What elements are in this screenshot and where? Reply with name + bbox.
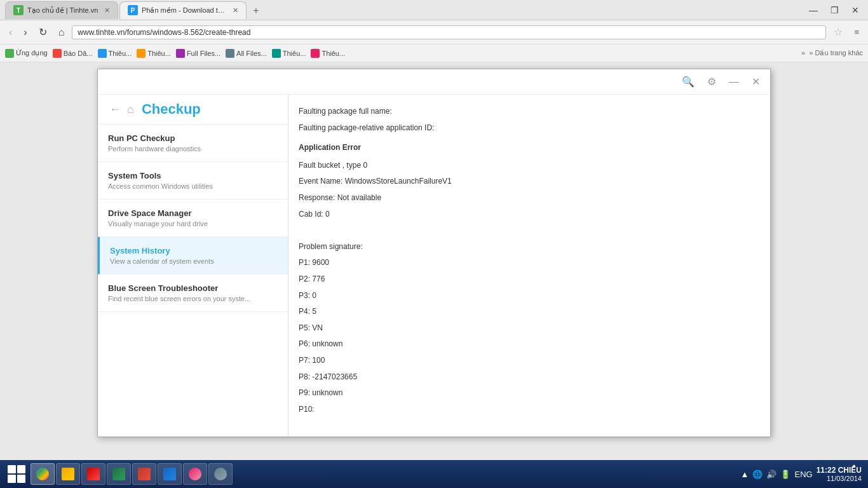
sidebar-item-blue-screen-title: Blue Screen Troubleshooter xyxy=(108,283,278,293)
bookmark-baoda[interactable]: Báo Dâ... xyxy=(53,49,93,58)
tray-volume-icon[interactable]: 🔊 xyxy=(766,470,776,479)
start-icon xyxy=(8,465,25,483)
faulting-package-app-id: Faulting package-relative application ID… xyxy=(299,121,760,135)
chrome-menu-button[interactable]: ≡ xyxy=(850,25,863,39)
bm6-favicon xyxy=(226,49,234,58)
sidebar-item-run-pc-checkup-desc: Perform hardware diagnostics xyxy=(108,145,278,152)
sidebar-home-button[interactable]: ⌂ xyxy=(126,102,135,118)
minimize-button[interactable]: — xyxy=(805,4,822,17)
baoda-favicon xyxy=(53,49,62,58)
taskbar-app-settings[interactable] xyxy=(208,463,233,485)
browser-chrome: T Tạo chủ đề | Tinhte.vn ✕ P Phần mềm - … xyxy=(0,0,868,62)
taskbar-right: ▲ 🌐 🔊 🔋 ENG 11:22 CHIỀU 11/03/2014 xyxy=(737,466,865,482)
sidebar-item-system-history-title: System History xyxy=(110,246,278,255)
bookmark-6[interactable]: All Files... xyxy=(226,49,267,58)
app-title: Checkup xyxy=(142,101,201,118)
new-tab-button[interactable]: + xyxy=(248,3,264,19)
tab-1-close[interactable]: ✕ xyxy=(104,6,110,15)
chrome-taskbar-icon xyxy=(36,468,49,480)
address-bar[interactable]: www.tinhte.vn/forums/windows-8.562/creat… xyxy=(72,25,826,39)
reload-button[interactable]: ↻ xyxy=(35,24,51,41)
tray-arrow-icon[interactable]: ▲ xyxy=(741,470,749,479)
nav-bar: ‹ › ↻ ⌂ www.tinhte.vn/forums/windows-8.5… xyxy=(0,20,868,44)
bookmark-5[interactable]: Full Files... xyxy=(176,49,220,58)
p7: P7: 100 xyxy=(299,354,760,368)
tab-bar: T Tạo chủ đề | Tinhte.vn ✕ P Phần mềm - … xyxy=(5,1,264,19)
tab-2-label: Phần mềm - Download tả... xyxy=(142,6,226,15)
bookmark-apps[interactable]: Ứng dụng xyxy=(5,49,48,58)
home-button[interactable]: ⌂ xyxy=(55,24,69,41)
bookmark-4[interactable]: Thiêu... xyxy=(137,49,171,58)
response: Response: Not available xyxy=(299,191,760,205)
tray-lang-label[interactable]: ENG xyxy=(794,470,812,479)
bookmark-3[interactable]: Thiêu... xyxy=(98,49,132,58)
app-window-controls: 🔍 ⚙ — ✕ xyxy=(678,74,764,89)
sidebar-item-system-history[interactable]: System History View a calendar of system… xyxy=(98,237,288,274)
application-error-title: Application Error xyxy=(299,141,760,155)
bookmark-star[interactable]: ☆ xyxy=(830,25,846,39)
app-close-button[interactable]: ✕ xyxy=(748,74,764,89)
tray-network-icon[interactable]: 🌐 xyxy=(752,470,763,479)
sidebar-menu: Run PC Checkup Perform hardware diagnost… xyxy=(98,125,288,437)
content-area[interactable]: Faulting package full name: Faulting pac… xyxy=(288,95,770,437)
attached-files-label: Attached files: xyxy=(299,435,760,437)
p3: P3: 0 xyxy=(299,289,760,303)
p9: P9: unknown xyxy=(299,386,760,400)
app-body: ← ⌂ Checkup Run PC Checkup Perform hardw… xyxy=(98,95,770,437)
taskbar-app-excel[interactable] xyxy=(107,463,131,485)
p5: P5: VN xyxy=(299,322,760,336)
error-log-content: Faulting package full name: Faulting pac… xyxy=(299,105,760,437)
bookmarks-more[interactable]: » » Dấu trang khác xyxy=(801,49,863,57)
taskbar-app-powerpoint[interactable] xyxy=(132,463,156,485)
app-titlebar: 🔍 ⚙ — ✕ xyxy=(98,69,770,95)
sidebar-item-blue-screen-desc: Find recent blue screen errors on your s… xyxy=(108,295,278,302)
forward-button[interactable]: › xyxy=(20,24,31,41)
ai-taskbar-icon xyxy=(87,468,100,480)
tab-2-favicon: P xyxy=(128,5,138,15)
bookmark-7[interactable]: Thiêu... xyxy=(272,49,306,58)
sidebar-back-button[interactable]: ← xyxy=(108,102,122,118)
sidebar-item-blue-screen[interactable]: Blue Screen Troubleshooter Find recent b… xyxy=(98,274,288,312)
close-button[interactable]: ✕ xyxy=(848,4,863,17)
tab-2-close[interactable]: ✕ xyxy=(233,6,238,15)
sidebar: ← ⌂ Checkup Run PC Checkup Perform hardw… xyxy=(98,95,288,437)
maximize-button[interactable]: ❐ xyxy=(827,4,843,17)
sidebar-item-drive-space-desc: Visually manage your hard drive xyxy=(108,220,278,227)
apps-favicon xyxy=(5,49,14,58)
clock-date: 11/03/2014 xyxy=(817,475,862,482)
faulting-package-name: Faulting package full name: xyxy=(299,105,760,119)
nav-extensions: ≡ xyxy=(850,25,863,39)
taskbar-app-chrome[interactable] xyxy=(31,463,55,485)
sidebar-item-system-tools-desc: Access common Windows utilities xyxy=(108,182,278,190)
taskbar-app-explorer[interactable] xyxy=(56,463,80,485)
sidebar-item-run-pc-checkup[interactable]: Run PC Checkup Perform hardware diagnost… xyxy=(98,125,288,162)
start-button[interactable] xyxy=(3,463,31,485)
back-button[interactable]: ‹ xyxy=(5,24,16,41)
app-window: 🔍 ⚙ — ✕ ← ⌂ Checkup Run PC Checkup xyxy=(97,69,771,437)
settings-taskbar-icon xyxy=(214,468,227,480)
fault-bucket: Fault bucket , type 0 xyxy=(299,159,760,173)
ppt-taskbar-icon xyxy=(138,468,151,480)
page-content: 🔍 ⚙ — ✕ ← ⌂ Checkup Run PC Checkup xyxy=(0,62,868,460)
address-input[interactable]: www.tinhte.vn/forums/windows-8.562/creat… xyxy=(78,28,820,37)
tray-battery-icon[interactable]: 🔋 xyxy=(780,470,790,479)
sidebar-item-run-pc-checkup-title: Run PC Checkup xyxy=(108,133,278,143)
app-minimize-button[interactable]: — xyxy=(725,75,743,89)
time-display[interactable]: 11:22 CHIỀU 11/03/2014 xyxy=(817,466,862,482)
sidebar-item-system-tools[interactable]: System Tools Access common Windows utili… xyxy=(98,162,288,200)
taskbar-app-ai[interactable] xyxy=(81,463,105,485)
bm3-favicon xyxy=(98,49,107,58)
tab-2[interactable]: P Phần mềm - Download tả... ✕ xyxy=(119,1,247,19)
bookmark-8[interactable]: Thiêu... xyxy=(311,49,345,58)
app-settings-button[interactable]: ⚙ xyxy=(703,74,720,89)
taskbar: ▲ 🌐 🔊 🔋 ENG 11:22 CHIỀU 11/03/2014 xyxy=(0,460,868,488)
app-search-button[interactable]: 🔍 xyxy=(678,74,698,89)
music-taskbar-icon xyxy=(189,468,201,480)
taskbar-app-music[interactable] xyxy=(183,463,207,485)
sidebar-item-drive-space[interactable]: Drive Space Manager Visually manage your… xyxy=(98,200,288,237)
taskbar-app-word[interactable] xyxy=(158,463,182,485)
tab-1[interactable]: T Tạo chủ đề | Tinhte.vn ✕ xyxy=(5,1,118,19)
word-taskbar-icon xyxy=(163,468,176,480)
tab-1-favicon: T xyxy=(13,5,24,15)
problem-sig-label: Problem signature: xyxy=(299,240,760,254)
